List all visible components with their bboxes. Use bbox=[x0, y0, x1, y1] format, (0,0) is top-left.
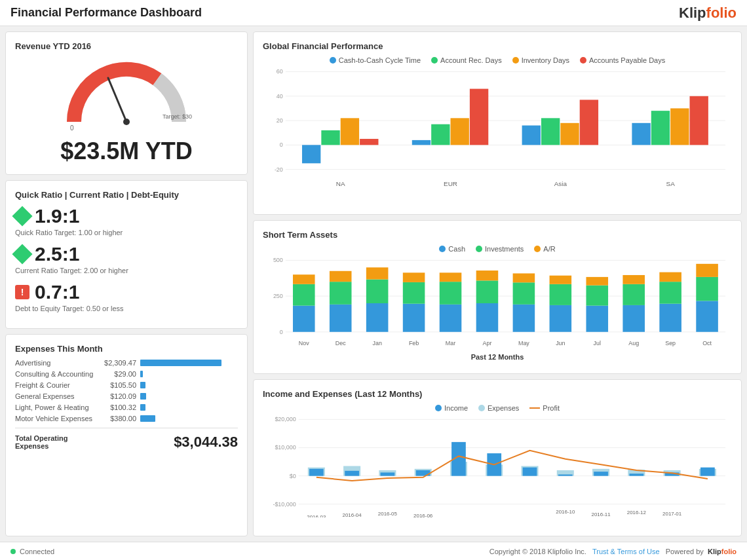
svg-rect-130 bbox=[700, 468, 715, 476]
svg-rect-40 bbox=[293, 306, 315, 332]
svg-rect-77 bbox=[622, 284, 645, 305]
svg-text:500: 500 bbox=[273, 257, 283, 263]
svg-text:$10,000: $10,000 bbox=[275, 444, 296, 451]
svg-rect-48 bbox=[366, 303, 389, 332]
svg-rect-97 bbox=[309, 469, 324, 476]
svg-text:0: 0 bbox=[70, 124, 74, 132]
expenses-rows: Advertising $2,309.47 Consulting & Accou… bbox=[15, 359, 238, 422]
expense-bar bbox=[140, 382, 145, 388]
legend-label: Profit bbox=[543, 404, 560, 412]
legend-item: A/R bbox=[534, 245, 555, 253]
legend-item: Expenses bbox=[478, 404, 519, 412]
expense-value: $105.50 bbox=[94, 381, 136, 389]
svg-rect-84 bbox=[696, 301, 718, 331]
svg-rect-100 bbox=[345, 471, 359, 476]
gauge-container: 0 Target: $30.0M bbox=[15, 56, 238, 135]
expense-bar-container bbox=[140, 404, 238, 411]
svg-text:2016-09: 2016-09 bbox=[520, 516, 540, 517]
legend-dot bbox=[534, 246, 541, 252]
svg-rect-60 bbox=[476, 303, 499, 332]
exclamation-icon: ! bbox=[15, 285, 29, 299]
svg-text:2016-04: 2016-04 bbox=[343, 512, 362, 517]
income-chart-svg: $20,000$10,000$0-$10,0002016-032016-0420… bbox=[263, 416, 732, 517]
svg-text:60: 60 bbox=[277, 68, 283, 75]
svg-rect-42 bbox=[293, 274, 315, 284]
legend-label: Inventory Days bbox=[522, 56, 569, 64]
svg-rect-70 bbox=[550, 276, 572, 284]
legend-label: A/R bbox=[543, 245, 555, 253]
ratios-card: Quick Ratio | Current Ratio | Debt-Equit… bbox=[5, 180, 248, 329]
income-legend: IncomeExpensesProfit bbox=[263, 404, 732, 412]
expense-row: Consulting & Accounting $29.00 bbox=[15, 370, 238, 378]
expense-bar-container bbox=[140, 393, 238, 400]
expense-name: Consulting & Accounting bbox=[15, 370, 94, 378]
expense-name: Light, Power & Heating bbox=[15, 403, 94, 411]
legend-label: Cash bbox=[448, 245, 465, 253]
svg-rect-65 bbox=[513, 282, 535, 305]
legend-dot bbox=[580, 57, 586, 64]
short-assets-subtitle: Past 12 Months bbox=[263, 353, 732, 361]
legend-label: Cash-to-Cash Cycle Time bbox=[339, 56, 421, 64]
current-ratio-item: 2.5:1 Current Ratio Target: 2.00 or high… bbox=[15, 243, 238, 274]
legend-item: Cash-to-Cash Cycle Time bbox=[330, 56, 421, 64]
global-card: Global Financial Performance Cash-to-Cas… bbox=[253, 31, 742, 215]
svg-rect-68 bbox=[550, 305, 572, 332]
expense-bar-container bbox=[140, 415, 238, 422]
svg-rect-62 bbox=[476, 271, 499, 280]
legend-dot bbox=[478, 405, 485, 411]
expense-row: Freight & Courier $105.50 bbox=[15, 381, 238, 389]
svg-text:Apr: Apr bbox=[483, 340, 492, 346]
legend-dot bbox=[431, 57, 438, 64]
svg-rect-41 bbox=[293, 284, 315, 306]
legend-line bbox=[529, 407, 540, 409]
svg-text:$20,000: $20,000 bbox=[275, 416, 296, 422]
svg-text:Sep: Sep bbox=[665, 340, 676, 346]
expense-name: Freight & Courier bbox=[15, 381, 94, 389]
short-assets-card: Short Term Assets CashInvestmentsA/R 500… bbox=[253, 220, 742, 374]
svg-text:2016-11: 2016-11 bbox=[592, 512, 611, 517]
short-assets-svg: 5002500NovDecJanFebMarAprMayJunJulAugSep… bbox=[263, 257, 732, 348]
short-assets-chart: 5002500NovDecJanFebMarAprMayJunJulAugSep… bbox=[263, 257, 732, 350]
legend-label: Expenses bbox=[488, 404, 519, 412]
svg-rect-44 bbox=[330, 305, 352, 332]
svg-rect-121 bbox=[594, 472, 608, 476]
svg-text:Jul: Jul bbox=[594, 340, 601, 346]
page-title: Financial Performance Dashboard bbox=[10, 6, 202, 20]
svg-rect-124 bbox=[629, 474, 643, 476]
svg-rect-26 bbox=[560, 123, 579, 145]
expense-row: Advertising $2,309.47 bbox=[15, 359, 238, 367]
trust-link[interactable]: Trust & Terms of Use bbox=[592, 548, 660, 555]
svg-text:Aug: Aug bbox=[628, 340, 639, 346]
income-chart: $20,000$10,000$0-$10,0002016-032016-0420… bbox=[263, 416, 732, 519]
short-assets-title: Short Term Assets bbox=[263, 230, 732, 240]
footer: Connected Copyright © 2018 Klipfolio Inc… bbox=[0, 542, 747, 560]
svg-rect-15 bbox=[321, 130, 339, 145]
legend-dot bbox=[435, 405, 442, 411]
current-ratio-target: Current Ratio Target: 2.00 or higher bbox=[15, 267, 238, 274]
svg-rect-50 bbox=[366, 267, 389, 279]
global-legend: Cash-to-Cash Cycle TimeAccount Rec. Days… bbox=[263, 56, 732, 64]
svg-rect-52 bbox=[403, 304, 425, 332]
svg-rect-61 bbox=[476, 280, 499, 303]
expense-row: General Expenses $120.09 bbox=[15, 392, 238, 400]
svg-text:2016-05: 2016-05 bbox=[378, 511, 398, 517]
quick-ratio-item: 1.9:1 Quick Ratio Target: 1.00 or higher bbox=[15, 205, 238, 236]
expense-bar bbox=[140, 371, 143, 377]
svg-rect-118 bbox=[558, 474, 573, 476]
svg-text:250: 250 bbox=[273, 293, 283, 299]
legend-item: Profit bbox=[529, 404, 560, 412]
revenue-value: $23.5M YTD bbox=[15, 138, 238, 165]
left-column: Revenue YTD 2016 0 Target: $30.0M bbox=[5, 31, 248, 536]
svg-rect-25 bbox=[541, 118, 560, 145]
legend-label: Accounts Payable Days bbox=[589, 56, 665, 64]
svg-text:20: 20 bbox=[277, 117, 283, 124]
income-title: Income and Expenses (Last 12 Months) bbox=[263, 389, 732, 399]
footer-left: Connected bbox=[10, 548, 54, 555]
svg-text:Jun: Jun bbox=[556, 340, 565, 346]
svg-rect-72 bbox=[586, 306, 608, 332]
expense-bar-container bbox=[140, 382, 238, 388]
legend-label: Account Rec. Days bbox=[440, 56, 502, 64]
svg-text:$0: $0 bbox=[290, 473, 296, 479]
svg-rect-69 bbox=[550, 284, 572, 305]
svg-text:2016-10: 2016-10 bbox=[556, 509, 575, 515]
